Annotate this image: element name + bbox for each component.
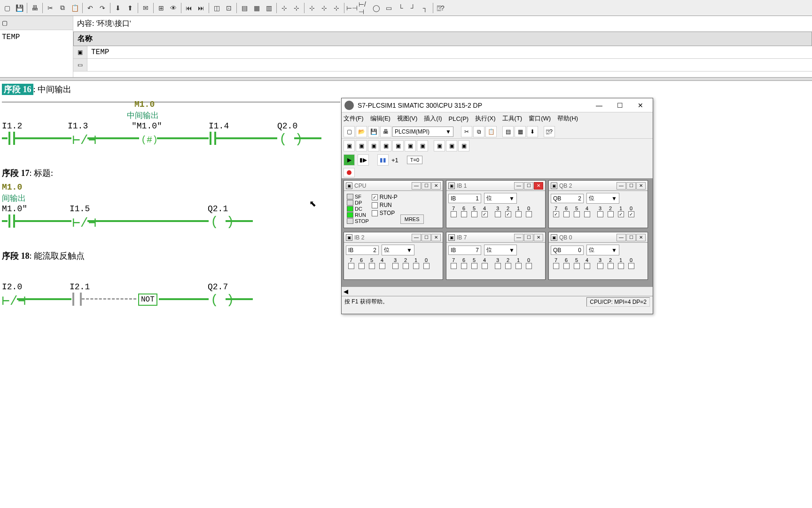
menu-help[interactable]: 帮助(H) [557,114,578,123]
ib1-close-button[interactable]: ✕ [534,182,543,190]
bit-checkbox[interactable] [515,263,522,269]
scroll-left-icon[interactable]: ◀ [344,288,348,295]
stop-checkbox[interactable] [372,210,378,216]
msg-icon[interactable]: ✉ [140,2,152,14]
save-icon[interactable]: 💾 [13,2,25,14]
menu-plc[interactable]: PLC(P) [449,115,469,122]
ib2-min-button[interactable]: — [412,234,421,241]
insert-var-icon[interactable]: ▣ [417,140,428,151]
bit-checkbox[interactable]: ✓ [482,211,488,217]
tool3-icon[interactable]: ⊹ [306,2,318,14]
record-button[interactable] [344,168,355,177]
cpu-min-button[interactable]: — [412,182,421,190]
step-icon[interactable]: ▮▶ [358,154,369,166]
ib7-max-button[interactable]: ☐ [524,234,533,241]
branch-close-icon[interactable]: ┐ [419,2,431,14]
contact-no-icon[interactable]: ⊢⊣ [346,2,358,14]
scroll-area[interactable]: ◀ [342,286,653,296]
bit-checkbox[interactable] [392,263,398,269]
bit-checkbox[interactable] [608,263,614,269]
bit-checkbox[interactable] [379,263,385,269]
insert-cpu-icon[interactable]: ▣ [344,140,355,151]
bit-checkbox[interactable] [563,263,570,269]
box-icon[interactable]: ▭ [383,2,395,14]
paste-icon[interactable]: 📋 [485,126,497,137]
bit-checkbox[interactable] [597,211,603,217]
qb0-close-button[interactable]: ✕ [636,234,646,241]
ib7-window[interactable]: ▣ IB 7 — ☐ ✕ IB7 位▼ 76543210 [446,232,546,280]
plcsim-titlebar[interactable]: S7-PLCSIM1 SIMATIC 300\CPU 315-2 DP — ☐ … [342,98,653,112]
menu-exec[interactable]: 执行(X) [475,114,495,123]
tile-icon[interactable]: ▦ [515,126,526,137]
coil-icon[interactable]: ◯ [370,2,383,14]
paste-icon[interactable]: 📋 [69,2,81,14]
bit-checkbox[interactable] [618,263,624,269]
qb2-field[interactable]: QB2 [551,194,584,203]
temp-row[interactable]: ▣ TEMP [73,46,812,59]
ib1-format-combo[interactable]: 位▼ [484,193,517,204]
bit-checkbox[interactable] [563,211,570,217]
contact-nc-icon[interactable]: ⊢/⊣ [358,2,370,14]
menu-view[interactable]: 视图(V) [397,114,417,123]
bit-checkbox[interactable] [574,263,580,269]
ib1-window[interactable]: ▣ IB 1 — ☐ ✕ IB1 位▼ 7654✓32✓10 [446,180,546,228]
menu-insert[interactable]: 插入(I) [424,114,442,123]
qb0-field[interactable]: QB0 [551,246,584,255]
qb0-window[interactable]: ▣ QB 0 — ☐ ✕ QB0 位▼ 76543210 [548,232,648,280]
tile-icon[interactable]: ▦ [250,2,263,14]
cpu-max-button[interactable]: ☐ [422,182,431,190]
bit-checkbox[interactable] [526,211,532,217]
split-h-icon[interactable]: ◫ [211,2,223,14]
undo-icon[interactable]: ↶ [84,2,96,14]
insert-stack-icon[interactable]: ▣ [434,140,445,151]
bit-checkbox[interactable]: ✓ [618,211,624,217]
cascade-icon[interactable]: ▤ [502,126,514,137]
nav-last-icon[interactable]: ⏭ [195,2,207,14]
ib2-window[interactable]: ▣ IB 2 — ☐ ✕ IB2 位▼ 76543210 [344,232,443,280]
cut-icon[interactable]: ✂ [461,126,472,137]
tool4-icon[interactable]: ⊹ [318,2,330,14]
plcsim-window[interactable]: S7-PLCSIM1 SIMATIC 300\CPU 315-2 DP — ☐ … [341,98,653,314]
qb2-format-combo[interactable]: 位▼ [586,193,619,204]
copy-icon[interactable]: ⧉ [56,2,69,14]
print-icon[interactable]: 🖶 [380,126,391,137]
bit-checkbox[interactable] [471,263,477,269]
connection-combo[interactable]: PLCSIM(MPI)▼ [392,127,453,137]
run-checkbox[interactable] [372,202,378,208]
tool2-icon[interactable]: ⊹ [290,2,303,14]
print-icon[interactable]: 🖶 [29,2,41,14]
bit-checkbox[interactable]: ✓ [505,211,511,217]
qb2-close-button[interactable]: ✕ [636,182,646,190]
qb0-format-combo[interactable]: 位▼ [586,245,619,255]
bit-checkbox[interactable] [553,263,559,269]
qb2-window[interactable]: ▣ QB 2 — ☐ ✕ QB2 位▼ 7✓654321✓0✓ [548,180,648,228]
bit-checkbox[interactable] [451,211,457,217]
cascade-icon[interactable]: ▤ [238,2,250,14]
bit-checkbox[interactable] [413,263,419,269]
bit-checkbox[interactable] [597,263,603,269]
runp-checkbox[interactable]: ✓ [372,194,378,200]
cut-icon[interactable]: ✂ [44,2,56,14]
qb2-min-button[interactable]: — [617,182,626,190]
branch-open-icon[interactable]: └ [395,2,407,14]
ib1-max-button[interactable]: ☐ [524,182,533,190]
insert-qb-icon[interactable]: ▣ [368,140,379,151]
bit-checkbox[interactable] [482,263,488,269]
bit-checkbox[interactable] [495,263,501,269]
minimize-button[interactable]: — [590,100,609,111]
bit-checkbox[interactable] [515,211,522,217]
download-icon[interactable]: ⬇ [112,2,124,14]
arrange-icon[interactable]: ▥ [263,2,275,14]
bit-checkbox[interactable] [451,263,457,269]
help-icon[interactable]: ⍰? [435,2,447,14]
pause-icon[interactable]: ▮▮ [377,154,389,166]
close-button[interactable]: ✕ [631,100,650,111]
bit-checkbox[interactable] [423,263,429,269]
bit-checkbox[interactable] [526,263,532,269]
ib7-close-button[interactable]: ✕ [534,234,543,241]
menu-tools[interactable]: 工具(T) [502,114,523,123]
open-icon[interactable]: 📂 [356,126,367,137]
bit-checkbox[interactable] [369,263,375,269]
bit-checkbox[interactable] [505,263,511,269]
new-icon[interactable]: ▢ [1,2,13,14]
